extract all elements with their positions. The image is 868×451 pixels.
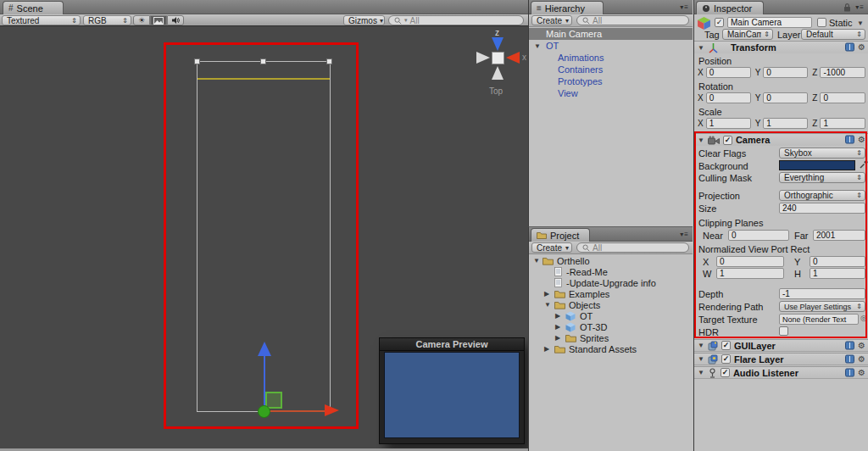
tag-dropdown[interactable]: MainCamer ⇕ bbox=[722, 29, 773, 40]
gear-icon[interactable]: ⚙ bbox=[858, 135, 865, 144]
pane-menu-icon[interactable]: ▾≡ bbox=[855, 3, 865, 11]
camera-header[interactable]: ▼ ✓ Camera ⚙ bbox=[694, 133, 868, 146]
active-checkbox[interactable]: ✓ bbox=[715, 18, 724, 27]
clear-flags-dropdown[interactable]: Skybox ⇕ bbox=[779, 148, 865, 159]
target-texture-field[interactable]: None (Render Text bbox=[779, 314, 859, 325]
help-book-icon[interactable] bbox=[845, 42, 854, 52]
culling-mask-dropdown[interactable]: Everything ⇕ bbox=[779, 172, 865, 183]
rendering-path-dropdown[interactable]: Use Player Settings ⇕ bbox=[779, 301, 865, 312]
help-book-icon[interactable] bbox=[845, 341, 854, 350]
eyedropper-icon[interactable] bbox=[859, 159, 868, 170]
position-x-field[interactable]: 0 bbox=[706, 67, 751, 78]
hierarchy-item-animations[interactable]: Animations bbox=[529, 52, 693, 64]
flare-layer-header[interactable]: ▼ ✓ Flare Layer ⚙ bbox=[694, 353, 868, 365]
viewport-w-field[interactable]: 1 bbox=[716, 268, 784, 279]
scale-z-field[interactable]: 1 bbox=[820, 118, 865, 129]
tab-project[interactable]: Project bbox=[531, 228, 590, 242]
foldout-open-icon[interactable]: ▼ bbox=[698, 369, 704, 376]
static-dropdown-icon[interactable]: ▼ bbox=[857, 19, 864, 27]
tab-hierarchy[interactable]: ≡ Hierarchy bbox=[531, 1, 604, 14]
hierarchy-item-prototypes[interactable]: Prototypes bbox=[529, 75, 693, 87]
foldout-closed-icon[interactable]: ▶ bbox=[555, 323, 560, 331]
foldout-open-icon[interactable]: ▼ bbox=[698, 136, 704, 144]
far-field[interactable]: 2001 bbox=[813, 230, 865, 241]
guilayer-enabled-checkbox[interactable]: ✓ bbox=[721, 341, 731, 350]
foldout-closed-icon[interactable]: ▶ bbox=[544, 290, 549, 298]
project-item-standard-assets[interactable]: ▶ Standard Assets bbox=[529, 343, 693, 354]
scale-y-field[interactable]: 1 bbox=[763, 118, 808, 129]
orientation-south-cone[interactable] bbox=[492, 66, 504, 80]
transform-header[interactable]: ▼ Transform ⚙ bbox=[694, 41, 868, 53]
background-color-swatch[interactable] bbox=[779, 160, 855, 170]
foldout-open-icon[interactable]: ▼ bbox=[698, 44, 704, 52]
scale-x-field[interactable]: 1 bbox=[706, 118, 751, 129]
orientation-west-cone[interactable] bbox=[476, 52, 490, 64]
viewport-y-field[interactable]: 0 bbox=[810, 256, 865, 267]
flare-layer-enabled-checkbox[interactable]: ✓ bbox=[721, 354, 731, 364]
tab-inspector[interactable]: Inspector bbox=[696, 1, 764, 14]
hierarchy-item-view[interactable]: View bbox=[529, 87, 693, 99]
hierarchy-create-button[interactable]: Create ▾ bbox=[531, 15, 572, 25]
projection-dropdown[interactable]: Orthographic ⇕ bbox=[779, 190, 865, 201]
project-item-update-upgrade-info[interactable]: -Update-Upgrade info bbox=[529, 277, 693, 288]
audio-listener-header[interactable]: ▼ ✓ Audio Listener ⚙ bbox=[694, 366, 868, 379]
scene-audio-toggle[interactable] bbox=[167, 15, 184, 25]
viewport-x-field[interactable]: 0 bbox=[716, 256, 784, 267]
foldout-open-icon[interactable]: ▼ bbox=[544, 301, 551, 309]
position-z-field[interactable]: -1000 bbox=[820, 67, 865, 78]
scene-skybox-toggle[interactable] bbox=[150, 15, 167, 25]
tab-scene[interactable]: # Scene bbox=[3, 1, 64, 14]
orientation-cube-center[interactable] bbox=[492, 52, 504, 64]
pane-menu-icon[interactable]: ▾≡ bbox=[680, 231, 689, 238]
help-book-icon[interactable] bbox=[845, 368, 854, 377]
selection-handle[interactable] bbox=[260, 58, 266, 64]
hierarchy-item-containers[interactable]: Containers bbox=[529, 64, 693, 75]
pane-menu-icon[interactable]: ▾≡ bbox=[680, 3, 689, 11]
project-search-input[interactable]: All bbox=[576, 242, 689, 253]
position-y-field[interactable]: 0 bbox=[763, 67, 808, 78]
gizmos-dropdown[interactable]: Gizmos ▾ bbox=[343, 15, 385, 25]
guilayer-header[interactable]: ▼ ✓ GUILayer ⚙ bbox=[694, 339, 868, 352]
move-gizmo-x-axis[interactable] bbox=[266, 410, 326, 412]
project-item-ot-3d-prefab[interactable]: ▶ OT-3D bbox=[529, 321, 693, 332]
object-picker-icon[interactable]: ◎ bbox=[860, 315, 867, 322]
scene-lighting-toggle[interactable]: ☀ bbox=[133, 15, 150, 25]
gear-icon[interactable]: ⚙ bbox=[858, 354, 865, 364]
selection-handle[interactable] bbox=[326, 58, 332, 64]
project-create-button[interactable]: Create ▾ bbox=[531, 242, 572, 253]
project-item-sprites[interactable]: ▶ Sprites bbox=[529, 332, 693, 343]
hierarchy-search-input[interactable]: All bbox=[576, 15, 689, 25]
project-item-read-me[interactable]: -Read-Me bbox=[529, 266, 693, 277]
size-field[interactable]: 240 bbox=[779, 203, 865, 214]
camera-enabled-checkbox[interactable]: ✓ bbox=[723, 136, 732, 145]
audio-listener-enabled-checkbox[interactable]: ✓ bbox=[721, 368, 730, 377]
viewport-h-field[interactable]: 1 bbox=[810, 268, 865, 279]
orientation-z-cone[interactable] bbox=[492, 37, 504, 51]
move-gizmo-y-arrowhead[interactable] bbox=[258, 342, 271, 356]
move-gizmo-x-arrowhead[interactable] bbox=[325, 404, 339, 416]
hierarchy-item-main-camera[interactable]: Main Camera bbox=[529, 28, 693, 40]
foldout-open-icon[interactable]: ▼ bbox=[534, 42, 541, 50]
near-field[interactable]: 0 bbox=[728, 230, 789, 241]
foldout-open-icon[interactable]: ▼ bbox=[698, 342, 704, 349]
project-item-ot-prefab[interactable]: ▶ OT bbox=[529, 310, 693, 321]
help-book-icon[interactable] bbox=[845, 135, 854, 144]
static-checkbox[interactable] bbox=[817, 18, 826, 27]
rotation-y-field[interactable]: 0 bbox=[763, 92, 808, 103]
gear-icon[interactable]: ⚙ bbox=[858, 368, 865, 377]
shading-mode-dropdown[interactable]: Textured ⇕ bbox=[2, 15, 81, 25]
rotation-z-field[interactable]: 0 bbox=[820, 92, 865, 103]
project-item-examples[interactable]: ▶ Examples bbox=[529, 288, 693, 299]
gear-icon[interactable]: ⚙ bbox=[858, 42, 865, 52]
game-object-name-field[interactable]: Main Camera bbox=[727, 17, 812, 28]
selection-handle[interactable] bbox=[194, 58, 200, 64]
foldout-closed-icon[interactable]: ▶ bbox=[555, 312, 560, 320]
depth-field[interactable]: -1 bbox=[779, 288, 865, 299]
rotation-x-field[interactable]: 0 bbox=[706, 92, 751, 103]
scene-search-input[interactable]: ▾ All bbox=[388, 15, 524, 25]
project-item-orthello[interactable]: ▼ Orthello bbox=[529, 255, 693, 266]
foldout-closed-icon[interactable]: ▶ bbox=[555, 334, 560, 342]
orientation-x-cone[interactable] bbox=[506, 52, 520, 64]
project-item-objects[interactable]: ▼ Objects bbox=[529, 299, 693, 310]
help-book-icon[interactable] bbox=[845, 354, 854, 364]
